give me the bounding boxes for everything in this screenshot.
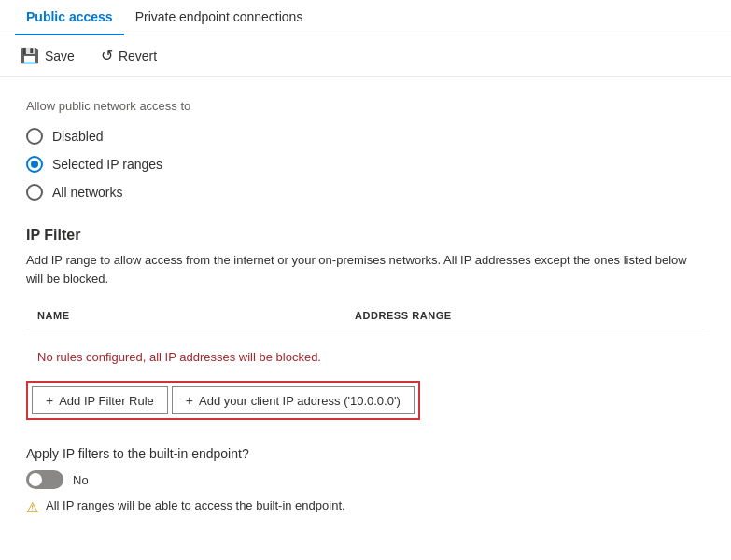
warning-row: ⚠ All IP ranges will be able to access t… [26,498,705,516]
col-address-range: ADDRESS RANGE [344,302,705,329]
toggle-value-label: No [73,473,89,487]
plus-icon-filter: + [46,393,53,408]
ip-filter-table: NAME ADDRESS RANGE [26,302,705,329]
plus-icon-client: + [186,393,193,408]
warning-icon: ⚠ [26,499,38,516]
revert-button[interactable]: ↺ Revert [95,43,162,68]
allow-label: Allow public network access to [26,99,705,113]
save-label: Save [45,49,75,63]
toggle-thumb [29,473,42,486]
revert-label: Revert [119,49,157,63]
apply-filters-label: Apply IP filters to the built-in endpoin… [26,446,705,461]
apply-filters-toggle[interactable] [26,470,63,489]
add-ip-filter-rule-label: Add IP Filter Rule [59,394,154,408]
add-client-ip-button[interactable]: + Add your client IP address ('10.0.0.0'… [172,386,415,414]
ip-filter-section: IP Filter Add IP range to allow access f… [26,227,705,446]
main-content: Allow public network access to Disabled … [0,77,731,553]
add-ip-filter-rule-button[interactable]: + Add IP Filter Rule [32,386,168,414]
radio-disabled[interactable]: Disabled [26,128,705,145]
tab-bar: Public access Private endpoint connectio… [0,0,731,35]
toolbar: 💾 Save ↺ Revert [0,35,731,77]
apply-ip-filters-section: Apply IP filters to the built-in endpoin… [26,446,705,516]
radio-circle-all-networks [26,184,43,201]
radio-selected-ip[interactable]: Selected IP ranges [26,156,705,173]
action-buttons-container: + Add IP Filter Rule + Add your client I… [26,381,420,420]
ip-filter-description: Add IP range to allow access from the in… [26,251,705,287]
warning-text: All IP ranges will be able to access the… [46,498,345,512]
radio-circle-selected-ip [26,156,43,173]
ip-filter-title: IP Filter [26,227,705,244]
tab-public-access[interactable]: Public access [15,0,124,35]
save-icon: 💾 [21,47,39,64]
save-button[interactable]: 💾 Save [15,43,80,68]
radio-all-networks[interactable]: All networks [26,184,705,201]
radio-label-all-networks: All networks [52,185,122,200]
toggle-row: No [26,470,705,489]
revert-icon: ↺ [101,47,113,64]
radio-circle-disabled [26,128,43,145]
radio-label-selected-ip: Selected IP ranges [52,157,162,172]
radio-label-disabled: Disabled [52,129,103,144]
network-access-radio-group: Disabled Selected IP ranges All networks [26,128,705,201]
tab-private-endpoint[interactable]: Private endpoint connections [124,0,315,35]
col-name: NAME [26,302,344,329]
no-rules-message: No rules configured, all IP addresses wi… [26,341,705,373]
add-client-ip-label: Add your client IP address ('10.0.0.0') [199,394,401,408]
